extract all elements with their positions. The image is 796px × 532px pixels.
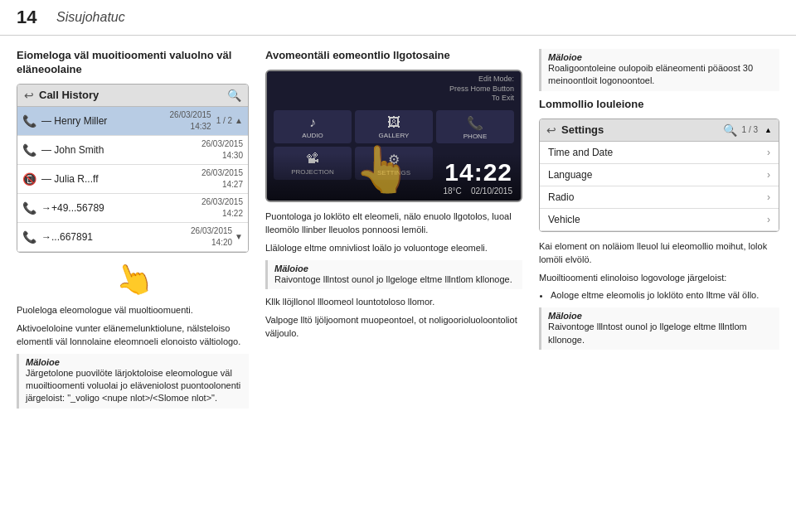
chevron-right-icon: › — [767, 147, 770, 158]
phone-icon: 📞 — [22, 230, 36, 244]
audio-symbol: ♪ — [309, 115, 316, 130]
mid-body2: Llälologe eltme omnivliost loälo jo volu… — [265, 242, 522, 255]
ent-audio-icon[interactable]: ♪ AUDIO — [274, 110, 352, 143]
call-time: 14:27 — [201, 179, 243, 191]
call-item[interactable]: 📵 — Julia R...ff 26/03/2015 14:27 — [17, 165, 248, 194]
right-notice2: Mäloioe Raivontoge lllntost ounol jo llg… — [539, 307, 779, 350]
call-time: 14:20 — [191, 237, 232, 249]
mid-section-title: Avomeontäli eomeontlio llgotosaine — [265, 49, 522, 63]
clock-time: 14:22 — [444, 158, 512, 186]
finger-gesture-icon: 👆 — [108, 255, 157, 302]
call-datetime: 26/03/2015 14:27 — [201, 167, 243, 191]
call-date: 26/03/2015 — [201, 196, 243, 208]
audio-label: AUDIO — [302, 132, 323, 139]
settings-title: Settings — [561, 123, 718, 136]
settings-page-indicator: 1 / 3 — [742, 125, 758, 134]
finger-press-icon: 👆 — [354, 143, 411, 196]
call-item[interactable]: 📞 →+49...56789 26/03/2015 14:22 — [17, 194, 248, 223]
call-item[interactable]: 📞 →...667891 26/03/2015 14:20 ▼ — [17, 223, 248, 252]
right-body2: Muoiltioomenti elinoloiso logovologe jär… — [539, 272, 779, 285]
notice-label: Mäloioe — [548, 311, 773, 321]
page-header: 14 Sisujohatuc — [0, 0, 796, 36]
call-back-icon: ↩ — [24, 89, 34, 102]
right-notice1: Mäloioe Roaligoontoleine oulopoib eläneo… — [539, 49, 779, 91]
ent-phone-icon[interactable]: 📞 PHONE — [436, 110, 514, 143]
call-date: 26/03/2015 — [201, 167, 243, 179]
scroll-up-icon[interactable]: ▲ — [235, 116, 243, 125]
settings-list: Time and Date › Language › Radio › Vehic… — [540, 142, 779, 231]
chevron-right-icon: › — [767, 169, 770, 181]
scroll-up-icon[interactable]: ▲ — [764, 126, 772, 134]
scroll-down-icon[interactable]: ▼ — [235, 232, 243, 241]
call-item[interactable]: 📞 — John Smith 26/03/2015 14:30 — [17, 136, 248, 165]
notice-text: Järgetolone puovilöte lärjoktoloise eleo… — [26, 367, 242, 405]
settings-screen: ↩ Settings 🔍 1 / 3 ▲ Time and Date › Lan… — [539, 118, 779, 232]
settings-item-radio[interactable]: Radio › — [540, 186, 779, 209]
entertainment-screen: Edit Mode: Press Home Button To Exit ♪ A… — [265, 70, 522, 202]
left-body2: Aktivoeloloine vunter elänemelunktiolune… — [17, 322, 249, 349]
left-column: Eiomeloga väl muoitioomenti valuolno väl… — [17, 49, 249, 524]
chevron-right-icon: › — [767, 191, 770, 203]
mid-body4: Valpoge lltö ljöljoomont muopeontoel, ot… — [265, 314, 522, 341]
phone-missed-icon: 📵 — [22, 172, 36, 186]
notice-label: Mäloioe — [548, 52, 773, 62]
call-date: 26/03/2015 — [201, 138, 243, 150]
caller-name: →...667891 — [41, 231, 191, 243]
settings-item-label: Vehicle — [548, 214, 580, 225]
settings-item-vehicle[interactable]: Vehicle › — [540, 209, 779, 231]
call-item[interactable]: 📞 — Henry Miller 26/03/2015 14:32 1 / 2 … — [17, 107, 248, 136]
call-history-title: Call History — [39, 89, 222, 101]
page-indicator: 1 / 2 — [216, 116, 232, 125]
chapter-title: Sisujohatuc — [56, 10, 125, 25]
phone-icon: 📞 — [22, 114, 36, 128]
notice-label: Mäloioe — [26, 357, 242, 367]
mid-notice: Mäloioe Raivontoge lllntost ounol jo llg… — [265, 260, 522, 289]
settings-item-label: Language — [548, 169, 592, 181]
phone-icon: 📞 — [22, 143, 36, 157]
settings-item-time-date[interactable]: Time and Date › — [540, 142, 779, 164]
call-time: 14:22 — [201, 208, 243, 220]
call-datetime: 26/03/2015 14:32 — [170, 109, 211, 133]
right-column: Mäloioe Roaligoontoleine oulopoib eläneo… — [539, 49, 779, 524]
call-datetime: 26/03/2015 14:20 — [191, 225, 232, 249]
notice-text: Raivontoge lllntost ounol jo llgeloge el… — [274, 273, 516, 286]
phone-icon: 📞 — [22, 201, 36, 215]
caller-name: →+49...56789 — [41, 202, 201, 214]
mid-body1: Puontologa jo loklöto elt eleomeli, nälo… — [265, 210, 522, 237]
page: 14 Sisujohatuc Eiomeloga väl muoitioomen… — [0, 0, 796, 532]
gallery-symbol: 🖼 — [387, 115, 400, 130]
edit-mode-text: Edit Mode: Press Home Button To Exit — [449, 75, 514, 104]
call-date: 26/03/2015 — [191, 225, 232, 237]
middle-column: Avomeontäli eomeontlio llgotosaine Edit … — [265, 49, 522, 524]
settings-item-label: Radio — [548, 191, 574, 203]
call-time: 14:30 — [201, 150, 243, 162]
caller-name: — Henry Miller — [41, 115, 170, 127]
call-search-icon[interactable]: 🔍 — [227, 89, 241, 102]
notice-text: Roaligoontoleine oulopoib eläneomenti pö… — [548, 62, 773, 88]
phone-label: PHONE — [464, 133, 487, 140]
settings-search-icon[interactable]: 🔍 — [723, 123, 737, 137]
right-bullet-list: Aologe eltme eleomolis jo loklöto ento l… — [539, 289, 779, 302]
call-datetime: 26/03/2015 14:22 — [201, 196, 243, 220]
ent-gallery-icon[interactable]: 🖼 GALLERY — [355, 110, 433, 143]
clock-sub: 18°C 02/10/2015 — [443, 186, 512, 196]
bullet-item: Aologe eltme eleomolis jo loklöto ento l… — [551, 289, 779, 302]
clock-date: 02/10/2015 — [471, 186, 512, 196]
call-datetime: 26/03/2015 14:30 — [201, 138, 243, 162]
gallery-label: GALLERY — [379, 132, 410, 139]
notice-label: Mäloioe — [274, 264, 516, 273]
call-history-screen: ↩ Call History 🔍 📞 — Henry Miller 26/03/… — [17, 84, 249, 253]
notice-text: Raivontoge lllntost ounol jo llgeloge el… — [548, 321, 773, 346]
settings-back-icon: ↩ — [546, 123, 556, 137]
call-time: 14:32 — [170, 121, 211, 133]
chevron-right-icon: › — [767, 214, 770, 225]
settings-item-language[interactable]: Language › — [540, 164, 779, 186]
phone-symbol: 📞 — [467, 115, 483, 131]
right-body1: Kai eloment on noläiom lleuol lui eleomo… — [539, 240, 779, 267]
call-history-header: ↩ Call History 🔍 — [17, 85, 248, 107]
caller-name: — Julia R...ff — [41, 173, 201, 185]
settings-header: ↩ Settings 🔍 1 / 3 ▲ — [540, 119, 779, 142]
main-content: Eiomeloga väl muoitioomenti valuolno väl… — [0, 36, 796, 532]
caller-name: — John Smith — [41, 144, 201, 156]
call-date: 26/03/2015 — [170, 109, 211, 121]
